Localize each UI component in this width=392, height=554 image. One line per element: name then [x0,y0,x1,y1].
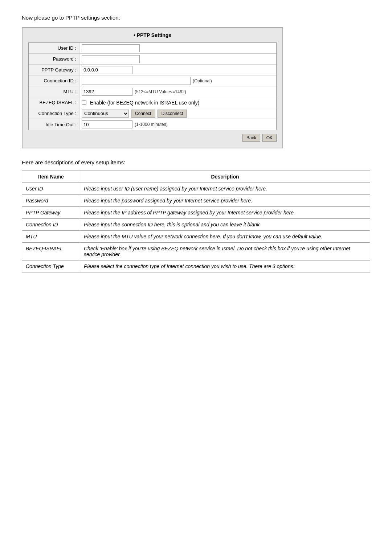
pptp-gateway-input[interactable] [82,66,132,74]
item-desc-cell: Please input the IP address of PPTP gate… [80,207,370,219]
bezeq-checkbox-label: Enable (for BEZEQ network in ISRAEL use … [90,100,199,106]
mtu-input[interactable] [82,88,132,96]
idle-timeout-row: Idle Time Out : (1-1000 minutes) [29,119,276,130]
bezeq-label: BEZEQ-ISRAEL : [29,97,79,108]
panel-footer: Back OK [28,134,277,142]
connection-type-label: Connection Type : [29,108,79,119]
mtu-label: MTU : [29,86,79,97]
idle-timeout-input[interactable] [82,120,132,128]
idle-timeout-label: Idle Time Out : [29,119,79,130]
back-button[interactable]: Back [242,134,260,142]
item-name-cell: Connection ID [22,219,80,231]
bezeq-field: Enable (for BEZEQ network in ISRAEL use … [79,99,276,107]
item-desc-cell: Please input the MTU value of your netwo… [80,231,370,243]
user-id-row: User ID : [29,43,276,54]
pptp-gateway-label: PPTP Gateway : [29,65,79,75]
item-desc-cell: Please input the connection ID here, thi… [80,219,370,231]
connection-type-select[interactable]: Continuous Connect on Demand Manual [82,110,129,118]
password-label: Password : [29,54,79,64]
table-row: Connection TypePlease select the connect… [22,260,370,272]
table-row: Connection IDPlease input the connection… [22,219,370,231]
user-id-input[interactable] [82,44,140,52]
idle-timeout-hint: (1-1000 minutes) [135,122,168,127]
idle-timeout-field: (1-1000 minutes) [79,119,276,130]
user-id-label: User ID : [29,43,79,53]
connection-type-field: Continuous Connect on Demand Manual Conn… [79,108,276,119]
pptp-gateway-field [79,65,276,75]
disconnect-button[interactable]: Disconnect [158,110,187,118]
ok-button[interactable]: OK [262,134,277,142]
password-row: Password : [29,54,276,65]
password-input[interactable] [82,55,140,63]
item-name-cell: User ID [22,183,80,195]
item-name-cell: BEZEQ-ISRAEL [22,243,80,260]
table-row: User IDPlease input user ID (user name) … [22,183,370,195]
item-desc-cell: Check ‘Enable’ box if you’re using BEZEQ… [80,243,370,260]
connection-type-row: Connection Type : Continuous Connect on … [29,108,276,119]
mtu-hint: (512<=MTU Value<=1492) [135,89,186,94]
item-desc-cell: Please select the connection type of Int… [80,260,370,272]
table-row: BEZEQ-ISRAELCheck ‘Enable’ box if you’re… [22,243,370,260]
connection-id-input[interactable] [82,77,191,85]
connect-button[interactable]: Connect [131,110,155,118]
col2-header: Description [80,171,370,183]
connection-id-row: Connection ID : (Optional) [29,75,276,86]
item-desc-cell: Please input the password assigned by yo… [80,195,370,207]
connection-id-field: (Optional) [79,76,276,86]
item-name-cell: MTU [22,231,80,243]
connection-id-hint: (Optional) [193,78,212,83]
item-desc-cell: Please input user ID (user name) assigne… [80,183,370,195]
table-header-row: Item Name Description [22,171,370,183]
pptp-settings-panel: PPTP Settings User ID : Password : PPTP … [22,27,283,148]
item-name-cell: Password [22,195,80,207]
mtu-field: (512<=MTU Value<=1492) [79,87,276,97]
section2-heading: Here are descriptions of every setup ite… [22,159,370,165]
connection-id-label: Connection ID : [29,75,79,86]
user-id-field [79,43,276,53]
bezeq-row: BEZEQ-ISRAEL : Enable (for BEZEQ network… [29,97,276,108]
pptp-form: User ID : Password : PPTP Gateway : Conn… [28,42,277,130]
pptp-panel-title: PPTP Settings [28,32,277,38]
table-row: PPTP GatewayPlease input the IP address … [22,207,370,219]
bezeq-checkbox[interactable] [82,100,86,105]
item-name-cell: PPTP Gateway [22,207,80,219]
pptp-gateway-row: PPTP Gateway : [29,65,276,75]
description-table: Item Name Description User IDPlease inpu… [22,171,370,272]
table-row: PasswordPlease input the password assign… [22,195,370,207]
col1-header: Item Name [22,171,80,183]
password-field [79,54,276,64]
item-name-cell: Connection Type [22,260,80,272]
intro-text: Now please go to PPTP settings section: [22,15,370,21]
table-row: MTUPlease input the MTU value of your ne… [22,231,370,243]
mtu-row: MTU : (512<=MTU Value<=1492) [29,86,276,97]
